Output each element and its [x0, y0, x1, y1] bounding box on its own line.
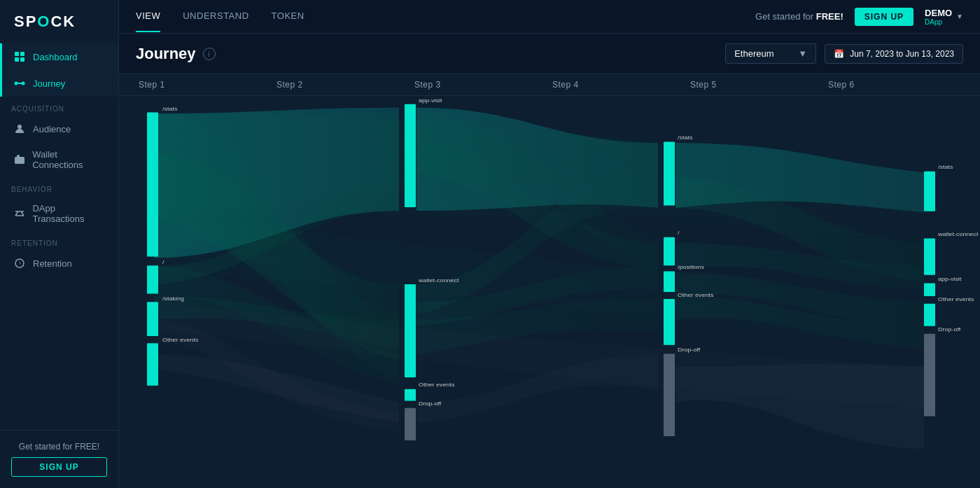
date-range-picker[interactable]: 📅 Jun 7, 2023 to Jun 13, 2023 — [825, 44, 963, 64]
node-s6-appvisit — [924, 283, 935, 296]
page-header: Journey i Ethereum ▼ 📅 Jun 7, 2023 to Ju… — [119, 34, 980, 74]
node-s2-dropoff — [405, 408, 416, 440]
network-value: Ethereum — [734, 48, 774, 59]
top-navigation: VIEW UNDERSTAND TOKEN Get started for FR… — [119, 0, 980, 34]
topnav-cta-emphasis: FREE! — [816, 11, 844, 22]
sidebar-cta-text: Get started for FREE! — [11, 442, 107, 452]
node-s2-other — [405, 389, 416, 401]
sidebar: SPOCK Dashboard Journey ACQUISITION — [0, 0, 119, 488]
topnav-view[interactable]: VIEW — [136, 1, 160, 32]
node-s4-stats — [664, 142, 675, 206]
node-s6-stats — [924, 172, 935, 211]
topnav-signup-button[interactable]: SIGN UP — [855, 8, 913, 26]
node-s6-dropoff — [924, 334, 935, 417]
step-3-header: Step 3 — [412, 74, 550, 95]
svg-text:/stats: /stats — [938, 164, 953, 170]
step-headers: Step 1 Step 2 Step 3 Step 4 Step 5 Step … — [119, 74, 980, 96]
svg-text:app-visit: app-visit — [938, 276, 962, 282]
topnav-understand[interactable]: UNDERSTAND — [183, 1, 248, 32]
step-2-header: Step 2 — [274, 74, 412, 95]
section-acquisition: ACQUISITION — [0, 97, 118, 116]
sidebar-label-dashboard: Dashboard — [33, 52, 78, 62]
topnav-right: Get started for FREE! SIGN UP DEMO DApp … — [755, 8, 963, 26]
audience-icon — [13, 123, 26, 135]
sidebar-bottom: Get started for FREE! SIGN UP — [0, 430, 118, 488]
node-s4-dropoff — [664, 354, 675, 436]
sidebar-label-journey: Journey — [33, 78, 65, 89]
sidebar-item-dapp-transactions[interactable]: DApp Transactions — [0, 196, 118, 231]
sankey-chart: /stats / /staking Other events app-visit… — [119, 96, 980, 484]
retention-icon — [13, 257, 26, 270]
dropdown-arrow-icon: ▼ — [798, 48, 807, 59]
svg-text:/staking: /staking — [162, 295, 184, 302]
demo-title: DEMO — [925, 8, 952, 18]
dashboard-icon — [13, 50, 26, 63]
node-s6-walletconn — [924, 239, 935, 275]
topnav-links: VIEW UNDERSTAND TOKEN — [136, 1, 755, 32]
chevron-down-icon: ▼ — [956, 13, 963, 20]
node-s4-other — [664, 299, 675, 345]
svg-text:/positions: /positions — [678, 264, 704, 270]
sidebar-item-retention[interactable]: Retention — [0, 250, 118, 277]
node-s4-positions — [664, 272, 675, 292]
network-dropdown[interactable]: Ethereum ▼ — [725, 43, 816, 64]
section-behavior: BEHAVIOR — [0, 177, 118, 196]
svg-rect-2 — [15, 57, 19, 62]
step-5-header: Step 5 — [687, 74, 825, 95]
sidebar-label-audience: Audience — [33, 124, 71, 134]
demo-badge[interactable]: DEMO DApp ▼ — [925, 8, 963, 26]
transactions-icon — [13, 207, 25, 220]
svg-text:Other events: Other events — [678, 291, 713, 298]
node-s1-staking — [147, 302, 158, 336]
svg-text:Other events: Other events — [419, 382, 454, 388]
journey-icon — [13, 77, 26, 90]
sidebar-item-wallet-connections[interactable]: Wallet Connections — [0, 142, 118, 177]
node-s2-appvisit — [405, 104, 416, 207]
section-retention: RETENTION — [0, 231, 118, 250]
date-range-value: Jun 7, 2023 to Jun 13, 2023 — [850, 49, 954, 59]
chart-area: Step 1 Step 2 Step 3 Step 4 Step 5 Step … — [119, 74, 980, 488]
sidebar-label-wallet: Wallet Connections — [32, 149, 107, 170]
info-icon[interactable]: i — [203, 48, 216, 60]
sidebar-label-retention: Retention — [33, 258, 72, 269]
node-s1-other — [147, 343, 158, 386]
node-s4-slash — [664, 237, 675, 265]
svg-rect-9 — [22, 160, 24, 162]
svg-text:Drop-off: Drop-off — [938, 326, 961, 333]
node-s2-walletconn — [405, 284, 416, 377]
node-s1-slash — [147, 265, 158, 293]
demo-subtitle: DApp — [925, 18, 952, 26]
sidebar-item-journey[interactable]: Journey — [0, 70, 118, 97]
svg-text:Drop-off: Drop-off — [419, 400, 442, 407]
demo-label: DEMO DApp — [925, 8, 952, 26]
main-content: VIEW UNDERSTAND TOKEN Get started for FR… — [119, 0, 980, 488]
svg-text:Drop-off: Drop-off — [678, 347, 701, 353]
svg-rect-1 — [20, 52, 24, 56]
page-title: Journey — [136, 45, 196, 63]
svg-text:Other events: Other events — [938, 296, 974, 302]
topnav-token[interactable]: TOKEN — [272, 1, 304, 32]
sankey-svg: /stats / /staking Other events app-visit… — [119, 96, 980, 484]
svg-text:wallet-connect: wallet-connect — [937, 231, 979, 237]
sidebar-signup-button[interactable]: SIGN UP — [11, 457, 107, 477]
svg-rect-0 — [15, 52, 19, 56]
svg-point-5 — [22, 82, 25, 85]
step-4-header: Step 4 — [550, 74, 687, 95]
svg-rect-6 — [18, 83, 22, 84]
svg-text:/stats: /stats — [162, 106, 177, 112]
sidebar-item-dashboard[interactable]: Dashboard — [0, 43, 118, 70]
header-controls: Ethereum ▼ 📅 Jun 7, 2023 to Jun 13, 2023 — [725, 43, 963, 64]
node-s1-stats — [147, 113, 158, 257]
svg-text:app-visit: app-visit — [419, 97, 442, 104]
calendar-icon: 📅 — [834, 49, 844, 59]
sidebar-item-audience[interactable]: Audience — [0, 116, 118, 142]
svg-point-4 — [15, 82, 18, 85]
wallet-icon — [13, 153, 25, 166]
step-6-header: Step 6 — [825, 74, 963, 95]
svg-rect-3 — [20, 57, 24, 62]
logo: SPOCK — [0, 0, 118, 43]
svg-text:Other events: Other events — [162, 336, 198, 342]
step-1-header: Step 1 — [136, 74, 274, 95]
svg-text:/stats: /stats — [678, 134, 692, 141]
svg-text:wallet-connect: wallet-connect — [418, 277, 459, 283]
